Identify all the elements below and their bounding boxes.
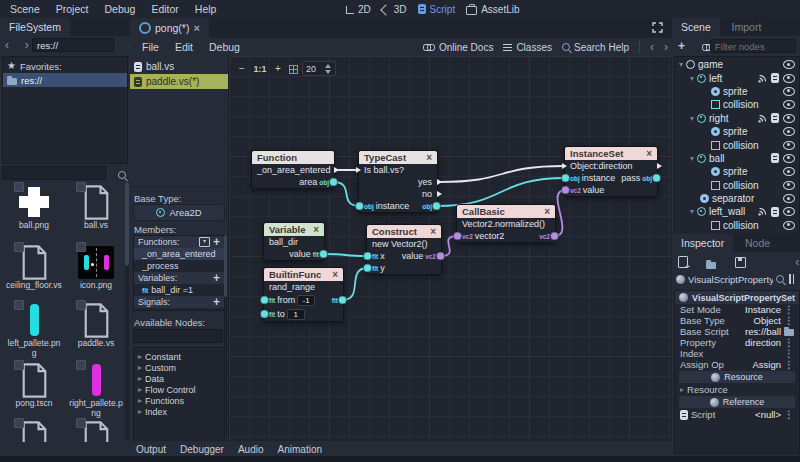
scene-tree-row[interactable]: collision xyxy=(675,179,799,192)
tab-pong-scene[interactable]: pong(*) × xyxy=(130,18,209,38)
fs-favorite-res[interactable]: res:// xyxy=(3,73,127,87)
variable-item[interactable]: fltball_dir =1 xyxy=(134,284,224,296)
close-icon[interactable]: × xyxy=(646,149,652,159)
save-resource-icon[interactable] xyxy=(735,257,746,268)
add-variable-icon[interactable]: + xyxy=(213,273,220,283)
bottom-tab-output[interactable]: Output xyxy=(136,444,166,455)
graph-node-builtinfunc[interactable]: BuiltinFunc×rand_rangefltfrom-1fltfltto1 xyxy=(263,267,344,322)
script-menu-edit[interactable]: Edit xyxy=(167,38,201,56)
property-options-icon[interactable]: ⋮ xyxy=(784,316,794,326)
close-icon[interactable]: × xyxy=(430,227,436,237)
signal-icon[interactable] xyxy=(758,74,767,83)
tab-import[interactable]: Import xyxy=(723,18,771,36)
scene-tree-row[interactable]: ▾ball xyxy=(675,152,799,165)
graph-node-construct[interactable]: Construct×new Vector2()fltxvaluevc2flty xyxy=(366,224,442,275)
bottom-tab-animation[interactable]: Animation xyxy=(278,444,322,455)
add-signal-icon[interactable]: + xyxy=(213,297,220,307)
close-icon[interactable]: × xyxy=(426,153,432,163)
file-item[interactable]: paddle.vs xyxy=(68,302,124,349)
file-item[interactable]: ball.png xyxy=(6,184,62,231)
property-options-icon[interactable]: ⋮ xyxy=(784,360,794,370)
scene-filter-input[interactable] xyxy=(710,39,796,53)
fs-search-input[interactable] xyxy=(2,166,106,180)
port-seq-out[interactable] xyxy=(334,167,339,173)
visibility-eye-icon[interactable] xyxy=(783,74,795,83)
script-next-icon[interactable]: › xyxy=(664,41,668,53)
port-data-out[interactable] xyxy=(652,174,661,183)
property-value[interactable]: <null> xyxy=(755,409,781,420)
port-data-out[interactable] xyxy=(319,250,328,259)
property-options-icon[interactable]: ⋮ xyxy=(784,338,794,348)
search-help-button[interactable]: Search Help xyxy=(562,42,629,53)
snap-spinner-icon[interactable] xyxy=(325,64,332,74)
expander-icon[interactable]: ▾ xyxy=(679,60,683,69)
snap-value-box[interactable]: 20 xyxy=(302,61,336,76)
file-item[interactable]: left_pallete.png xyxy=(6,302,62,358)
history-back-icon[interactable]: ‹ xyxy=(795,256,799,268)
fs-back-icon[interactable]: ‹ xyxy=(5,39,9,51)
graph-node-header[interactable]: Function xyxy=(252,151,334,164)
scene-tree-row[interactable]: sprite xyxy=(675,165,799,178)
scene-tree-row[interactable]: ▾right xyxy=(675,112,799,125)
expander-icon[interactable]: ▾ xyxy=(690,74,694,83)
graph-node-variable[interactable]: Variable×ball_dirvalueflt xyxy=(263,222,325,261)
expander-icon[interactable]: ▸ xyxy=(680,385,684,394)
available-nodes-search-input[interactable] xyxy=(133,329,223,343)
default-value-input[interactable]: -1 xyxy=(297,295,315,306)
node-category[interactable]: ▸Functions xyxy=(134,395,224,406)
node-category[interactable]: ▸Constant xyxy=(134,351,224,362)
port-vec2-in[interactable] xyxy=(561,186,570,195)
port-data-out[interactable] xyxy=(432,202,441,211)
bottom-tab-audio[interactable]: Audio xyxy=(238,444,264,455)
online-docs-button[interactable]: Online Docs xyxy=(423,42,493,53)
tab-node[interactable]: Node xyxy=(736,234,779,252)
graph-node-typecast[interactable]: TypeCast×Is ball.vs?yesnoobjinstanceobj xyxy=(358,150,438,213)
node-category[interactable]: ▸Index xyxy=(134,406,224,417)
visibility-eye-icon[interactable] xyxy=(783,114,795,123)
visual-script-graph[interactable]: − 1:1 + 20 Function_on_area_enteredareao… xyxy=(229,56,672,440)
graph-node-header[interactable]: Construct× xyxy=(367,225,441,238)
fs-forward-icon[interactable]: › xyxy=(25,39,29,51)
close-icon[interactable]: × xyxy=(313,225,319,235)
port-data-out[interactable] xyxy=(329,178,338,187)
function-item[interactable]: _process xyxy=(134,260,224,272)
scene-tree-row[interactable]: sprite xyxy=(675,85,799,98)
graph-node-callbasic[interactable]: CallBasic×Vector2.normalized()vc2vector2… xyxy=(456,204,556,243)
script-icon[interactable] xyxy=(771,113,779,123)
menu-debug[interactable]: Debug xyxy=(96,0,143,18)
visibility-eye-icon[interactable] xyxy=(783,221,795,230)
visibility-eye-icon[interactable] xyxy=(783,127,795,136)
script-icon[interactable] xyxy=(771,73,779,83)
signal-icon[interactable] xyxy=(758,207,767,216)
mode-2d-button[interactable]: 2D xyxy=(346,4,371,15)
scene-tree-row[interactable]: collision xyxy=(675,138,799,151)
add-function-icon[interactable]: + xyxy=(213,237,220,247)
graph-node-function[interactable]: Function_on_area_enteredareaobj xyxy=(251,150,335,189)
script-icon[interactable] xyxy=(771,207,779,217)
close-icon[interactable]: × xyxy=(544,207,550,217)
inspector-section[interactable]: Resource xyxy=(679,371,795,383)
default-value-input[interactable]: 1 xyxy=(287,309,305,320)
inspector-search-icon[interactable] xyxy=(776,275,784,283)
scene-tree-row[interactable]: collision xyxy=(675,219,799,232)
property-value[interactable]: res://ball xyxy=(745,326,781,337)
snap-grid-icon[interactable] xyxy=(289,65,298,74)
property-options-icon[interactable]: ⋮ xyxy=(784,349,794,359)
port-vec2-out[interactable] xyxy=(436,252,445,261)
port-data-in[interactable] xyxy=(355,202,364,211)
load-resource-icon[interactable] xyxy=(706,262,716,269)
expander-icon[interactable]: ▾ xyxy=(690,114,694,123)
signal-icon[interactable] xyxy=(758,114,767,123)
file-item[interactable] xyxy=(6,420,62,442)
visibility-eye-icon[interactable] xyxy=(783,100,795,109)
script-list-item[interactable]: paddle.vs(*) xyxy=(130,74,228,89)
menu-editor[interactable]: Editor xyxy=(143,0,186,18)
port-seq-out[interactable] xyxy=(437,191,442,197)
property-value[interactable]: direction xyxy=(745,337,781,348)
port-data-in[interactable] xyxy=(260,296,269,305)
zoom-reset-button[interactable]: 1:1 xyxy=(253,62,267,76)
add-node-icon[interactable]: + xyxy=(678,41,685,51)
graph-node-header[interactable]: Variable× xyxy=(264,223,324,236)
port-data-in[interactable] xyxy=(363,252,372,261)
port-seq-in[interactable] xyxy=(356,167,361,173)
